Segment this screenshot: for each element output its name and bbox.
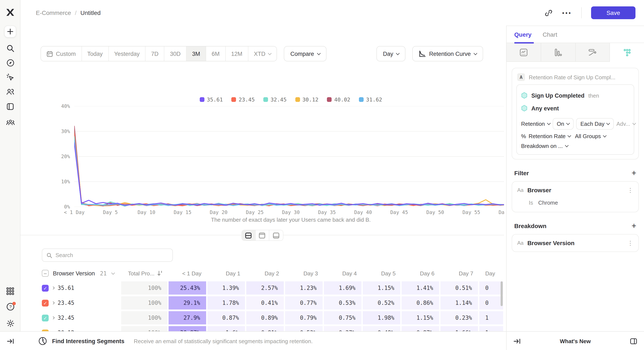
retention-table: – Browser Version 21 Total Pro... < 1 Da… [42, 267, 504, 331]
return-event-row[interactable]: Any event [521, 102, 630, 115]
total-cell: 100% [121, 311, 168, 325]
table-only-view-toggle[interactable] [269, 230, 283, 240]
add-filter-button[interactable]: + [632, 169, 636, 177]
on-dropdown[interactable]: On [552, 118, 574, 130]
query-step-card: A Retention Rate of Sign Up Compl... Sig… [512, 68, 639, 160]
day-column-header[interactable]: Day 4 [324, 270, 363, 276]
legend-item[interactable]: 30.12 [295, 96, 318, 103]
toggle-panel-icon[interactable] [630, 338, 637, 344]
groups-dropdown[interactable]: All Groups [575, 133, 606, 139]
breadcrumb-project[interactable]: E-Commerce [36, 9, 71, 16]
day-column-header[interactable]: Day 6 [402, 270, 440, 276]
total-column-header[interactable]: Total Pro... [128, 270, 154, 276]
copy-link-icon[interactable] [545, 9, 553, 17]
retention-report-tab[interactable] [610, 43, 644, 62]
date-range-30d[interactable]: 30D [164, 46, 187, 61]
chart-type-dropdown[interactable]: Retention Curve [412, 46, 483, 61]
row-checkbox[interactable]: ✓ [42, 285, 49, 291]
legend-item[interactable]: 32.45 [263, 96, 286, 103]
search-input[interactable] [56, 252, 168, 258]
day-column-header[interactable]: Day 1 [208, 270, 246, 276]
day-column-header[interactable]: < 1 Day [168, 270, 208, 276]
cohorts-nav-icon[interactable] [0, 116, 20, 128]
left-sidebar: ? [0, 0, 20, 331]
retention-cell-partial: 0 [479, 281, 504, 295]
expand-row-chevron[interactable] [52, 316, 55, 319]
legend-item[interactable]: 23.45 [231, 96, 254, 103]
chart-only-view-toggle[interactable] [256, 230, 269, 240]
born-event-row[interactable]: Sign Up Completed then [521, 89, 630, 102]
breakdown-card[interactable]: Aa Browser Version ⋮ [512, 234, 639, 252]
filter-value[interactable]: Chrome [538, 199, 558, 206]
cursor-events-icon[interactable] [0, 71, 20, 83]
search-nav-icon[interactable] [0, 42, 20, 54]
date-range-today[interactable]: Today [82, 46, 108, 61]
flows-report-tab[interactable] [576, 43, 610, 62]
help-icon[interactable]: ? [0, 301, 20, 313]
date-range-7d[interactable]: 7D [146, 46, 164, 61]
collapse-sidebar-icon[interactable] [0, 332, 20, 350]
retention-line-chart[interactable] [74, 106, 504, 207]
day-column-header[interactable]: Day 7 [440, 270, 479, 276]
date-range-3m[interactable]: 3M [186, 46, 206, 61]
date-range-yesterday[interactable]: Yesterday [108, 46, 146, 61]
select-all-checkbox[interactable]: – [42, 270, 49, 277]
row-checkbox[interactable]: ✓ [42, 300, 49, 306]
measure-dropdown[interactable]: Retention [521, 121, 550, 127]
settings-gear-icon[interactable] [0, 317, 20, 329]
interval-dropdown[interactable]: Each Day [576, 118, 614, 130]
whats-new-button[interactable]: What's New [560, 338, 591, 344]
date-range-custom[interactable]: Custom [41, 46, 82, 61]
legend-item[interactable]: 31.62 [359, 96, 382, 103]
advanced-dropdown[interactable]: Adv... [616, 121, 636, 127]
split-view-toggle[interactable] [242, 230, 256, 240]
metric-dropdown[interactable]: % Retention Rate [521, 133, 571, 139]
retention-cell: 0.75% [324, 311, 363, 325]
day-column-header[interactable]: Day 5 [363, 270, 402, 276]
users-nav-icon[interactable] [0, 86, 20, 98]
table-search[interactable] [42, 249, 173, 262]
date-range-xtd[interactable]: XTD [248, 46, 276, 61]
expand-row-chevron[interactable] [52, 301, 55, 304]
breakdown-on-dropdown[interactable]: Breakdown on ... [521, 143, 568, 149]
expand-row-chevron[interactable] [52, 287, 55, 290]
retention-cell: 1.98% [363, 311, 402, 325]
tab-chart[interactable]: Chart [543, 31, 557, 38]
legend-item[interactable]: 40.02 [327, 96, 350, 103]
vertical-scrollbar[interactable] [500, 281, 503, 306]
add-breakdown-button[interactable]: + [632, 222, 636, 230]
day-column-header[interactable]: Day 3 [285, 270, 324, 276]
date-range-6m[interactable]: 6M [206, 46, 226, 61]
find-interesting-segments-button[interactable]: Find Interesting Segments [52, 338, 124, 344]
filter-card[interactable]: Aa Browser ⋮ Is Chrome [512, 181, 639, 212]
breadcrumb-report-title[interactable]: Untitled [80, 9, 101, 16]
step-title[interactable]: Retention Rate of Sign Up Compl... [529, 74, 616, 80]
y-axis-tick: 20% [53, 154, 70, 160]
more-options-icon[interactable]: ••• [562, 9, 572, 16]
chevron-down-icon[interactable] [111, 271, 115, 275]
create-new-button[interactable] [0, 25, 20, 37]
apps-grid-icon[interactable] [0, 285, 20, 297]
tab-query[interactable]: Query [514, 31, 532, 38]
group-column-header[interactable]: Browser Version [53, 270, 95, 276]
born-event-name: Sign Up Completed [531, 92, 584, 99]
save-button[interactable]: Save [591, 6, 636, 19]
expand-panel-icon[interactable] [514, 338, 521, 344]
retention-cell: 1.23% [285, 281, 324, 295]
kebab-menu-icon[interactable]: ⋮ [627, 240, 633, 246]
granularity-dropdown[interactable]: Day [377, 46, 406, 61]
row-checkbox[interactable]: ✓ [42, 329, 49, 331]
sort-descending-icon[interactable] [157, 270, 162, 276]
funnels-report-tab[interactable] [541, 43, 576, 62]
day-column-header[interactable]: Day 2 [246, 270, 285, 276]
compass-boards-icon[interactable] [0, 57, 20, 69]
notebook-nav-icon[interactable] [0, 101, 20, 113]
legend-item[interactable]: 35.61 [200, 96, 223, 103]
compare-button[interactable]: Compare [284, 46, 326, 61]
x-axis-tick: < 1 Day [64, 209, 85, 215]
kebab-menu-icon[interactable]: ⋮ [627, 187, 633, 193]
insights-report-tab[interactable] [506, 43, 541, 62]
filter-operator[interactable]: Is [529, 199, 533, 206]
date-range-12m[interactable]: 12M [226, 46, 248, 61]
row-checkbox[interactable]: ✓ [42, 314, 49, 321]
